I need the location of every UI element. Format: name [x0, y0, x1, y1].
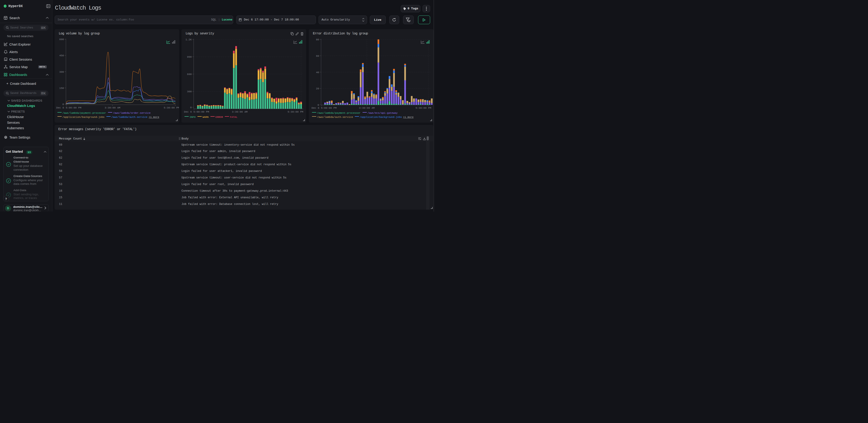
svg-text:300: 300 — [59, 70, 64, 74]
svg-text:0: 0 — [318, 104, 319, 107]
svg-text:Dec 6 5:00:00 PM: Dec 6 5:00:00 PM — [56, 106, 82, 109]
svg-text:Dec 6 5:00:00 PM: Dec 6 5:00:00 PM — [311, 107, 337, 109]
svg-text:3:30:00 AM: 3:30:00 AM — [104, 106, 120, 109]
svg-text:3:30:00 AM: 3:30:00 AM — [232, 110, 248, 113]
svg-text:40: 40 — [316, 71, 319, 74]
svg-text:60: 60 — [316, 54, 319, 57]
svg-text:3:30:00 AM: 3:30:00 AM — [359, 107, 375, 109]
svg-text:150: 150 — [59, 87, 64, 90]
svg-text:5:30:00 PM: 5:30:00 PM — [287, 110, 303, 113]
svg-text:20: 20 — [316, 87, 319, 90]
svg-text:1.2K: 1.2K — [185, 38, 192, 41]
svg-text:0: 0 — [62, 103, 64, 106]
svg-text:0: 0 — [190, 106, 192, 109]
svg-text:80: 80 — [316, 38, 319, 41]
svg-text:5:30:00 PM: 5:30:00 PM — [164, 106, 179, 109]
svg-text:600: 600 — [59, 38, 64, 41]
svg-text:Dec 6 5:00:00 PM: Dec 6 5:00:00 PM — [184, 110, 209, 113]
svg-text:600: 600 — [187, 73, 192, 76]
svg-text:5:30:00 PM: 5:30:00 PM — [415, 107, 431, 109]
svg-text:900: 900 — [187, 55, 192, 58]
svg-text:300: 300 — [187, 90, 192, 93]
svg-text:450: 450 — [59, 54, 64, 57]
